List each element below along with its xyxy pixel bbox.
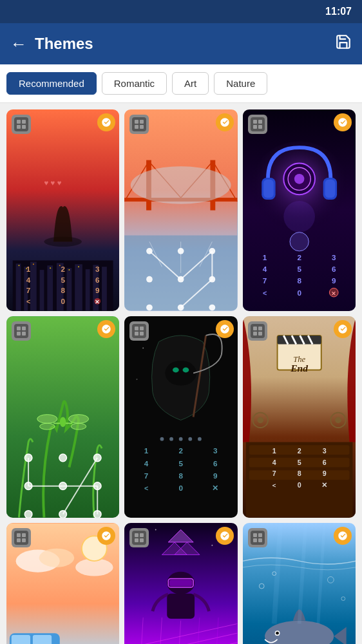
svg-text:<: < [272, 482, 276, 489]
svg-rect-157 [132, 324, 146, 338]
svg-text:0: 0 [297, 289, 301, 297]
theme-card-2[interactable] [124, 109, 237, 311]
svg-text:2: 2 [61, 265, 65, 273]
svg-text:0: 0 [297, 481, 301, 489]
svg-point-20 [78, 266, 79, 267]
svg-rect-126 [17, 327, 21, 330]
svg-text:3: 3 [322, 447, 326, 455]
svg-rect-71 [135, 125, 138, 129]
svg-rect-193 [253, 327, 257, 330]
svg-rect-99 [253, 120, 257, 124]
svg-rect-36 [14, 117, 28, 131]
svg-point-176 [257, 417, 263, 424]
filter-art[interactable]: Art [172, 72, 209, 95]
theme-app-icon-5 [129, 321, 149, 341]
svg-rect-194 [258, 327, 262, 330]
svg-rect-299 [253, 538, 257, 542]
svg-point-16 [33, 263, 34, 265]
svg-text:1: 1 [262, 253, 267, 261]
svg-rect-296 [251, 531, 265, 545]
filter-nature[interactable]: Nature [214, 72, 267, 95]
save-icon[interactable] [335, 33, 352, 54]
svg-rect-268 [135, 533, 138, 537]
svg-text:4: 4 [272, 459, 276, 466]
svg-point-132 [166, 361, 197, 386]
svg-rect-158 [135, 327, 138, 330]
svg-text:✕: ✕ [95, 299, 100, 305]
theme-card-3[interactable]: 1 2 3 4 5 6 7 8 9 < 0 ✕ [243, 109, 356, 311]
theme-app-icon-9 [248, 528, 267, 547]
svg-text:4: 4 [262, 265, 267, 273]
svg-point-235 [212, 545, 213, 546]
svg-rect-208 [12, 635, 30, 644]
filter-romantic[interactable]: Romantic [102, 72, 167, 95]
svg-text:3: 3 [95, 265, 100, 273]
svg-rect-161 [140, 332, 144, 336]
svg-point-57 [146, 276, 153, 283]
svg-text:9: 9 [95, 286, 100, 294]
svg-text:5: 5 [61, 276, 65, 284]
svg-rect-78 [325, 180, 335, 198]
back-button[interactable]: ← [10, 35, 27, 52]
svg-text:6: 6 [213, 459, 218, 468]
svg-text:0: 0 [61, 297, 65, 305]
svg-point-149 [169, 437, 173, 441]
theme-card-9[interactable] [243, 523, 356, 644]
svg-rect-269 [140, 533, 144, 537]
theme-badge-6 [334, 320, 352, 338]
theme-card-4[interactable] [6, 316, 119, 518]
svg-text:6: 6 [95, 276, 100, 284]
svg-point-105 [60, 417, 66, 428]
svg-rect-3 [16, 263, 21, 310]
svg-rect-100 [258, 120, 262, 124]
svg-rect-9 [67, 268, 72, 310]
page-title: Themes [35, 35, 335, 53]
svg-text:7: 7 [26, 286, 31, 294]
svg-rect-128 [17, 332, 21, 336]
svg-rect-38 [22, 120, 26, 124]
svg-point-107 [68, 415, 88, 424]
svg-text:✕: ✕ [213, 484, 219, 493]
svg-rect-196 [258, 332, 262, 336]
svg-rect-70 [140, 120, 144, 124]
svg-text:9: 9 [213, 471, 218, 480]
theme-card-7[interactable] [6, 523, 119, 644]
svg-rect-229 [17, 538, 21, 542]
svg-point-109 [71, 423, 86, 430]
svg-rect-101 [253, 125, 257, 129]
svg-point-279 [276, 632, 279, 635]
svg-rect-195 [253, 332, 257, 336]
theme-card-6[interactable]: The End 1 2 3 4 5 6 7 8 9 < 0 ✕ [243, 316, 356, 518]
svg-text:9: 9 [332, 276, 336, 285]
theme-card-5[interactable]: 1 2 3 4 5 6 7 8 9 < 0 ✕ [124, 316, 237, 518]
theme-card-1[interactable]: ♥ ♥ ♥ 1 2 3 4 5 6 7 8 9 < 0 ✕ [6, 109, 119, 311]
svg-point-81 [294, 174, 305, 184]
svg-point-55 [178, 248, 184, 254]
svg-rect-76 [263, 180, 274, 198]
svg-rect-267 [132, 531, 146, 545]
svg-rect-242 [167, 594, 195, 619]
svg-point-50 [131, 166, 231, 204]
svg-point-133 [173, 368, 179, 373]
svg-point-151 [189, 437, 193, 441]
svg-point-199 [39, 549, 75, 567]
svg-text:5: 5 [297, 265, 301, 273]
svg-text:<: < [263, 289, 267, 297]
svg-rect-98 [251, 117, 265, 131]
svg-text:0: 0 [179, 484, 184, 493]
svg-point-14 [19, 265, 20, 266]
svg-rect-102 [258, 125, 262, 129]
svg-text:1: 1 [272, 447, 276, 455]
svg-rect-209 [33, 635, 52, 644]
theme-app-icon-7 [12, 528, 31, 547]
svg-rect-159 [140, 327, 144, 330]
filter-recommended[interactable]: Recommended [6, 72, 97, 95]
theme-card-8[interactable]: 1 2 3 4 5 6 7 8 9 [124, 523, 237, 644]
svg-text:1: 1 [26, 265, 31, 273]
svg-text:3: 3 [213, 446, 218, 455]
svg-point-106 [37, 415, 57, 424]
svg-point-116 [24, 511, 32, 518]
theme-app-icon-3 [248, 115, 267, 134]
themes-grid: ♥ ♥ ♥ 1 2 3 4 5 6 7 8 9 < 0 ✕ [0, 103, 362, 644]
filter-bar: Recommended Romantic Art Nature [0, 64, 362, 103]
